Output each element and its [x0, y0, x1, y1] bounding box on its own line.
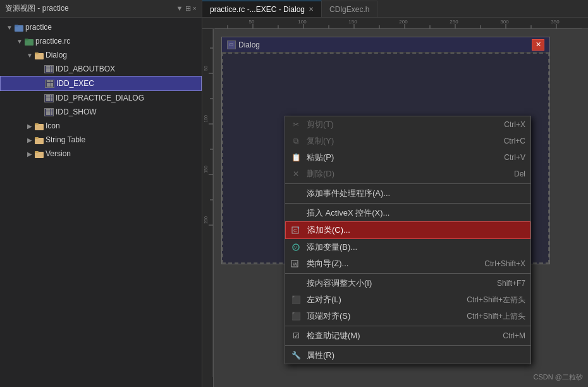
separator-3 — [285, 273, 530, 274]
panel-title-text: 资源视图 - practice — [5, 3, 69, 14]
menu-add-variable[interactable]: V 添加变量(B)... — [285, 239, 530, 255]
activex-icon — [290, 207, 302, 219]
menu-size-content[interactable]: 按内容调整大小(I) Shift+F7 — [285, 275, 530, 292]
menu-add-class[interactable]: C + 添加类(C)... — [285, 221, 530, 239]
version-folder-icon — [34, 149, 44, 159]
arrow-practice-rc — [15, 37, 24, 46]
wizard-icon: W — [290, 258, 302, 269]
icon-folder-icon — [34, 121, 44, 131]
idd-exec-label: IDD_EXEC — [56, 78, 94, 89]
svg-text:V: V — [294, 245, 297, 250]
tab-bar: practice.rc -...EXEC - Dialog ✕ CDlgExec… — [202, 0, 588, 18]
v-ruler-svg: 50 100 150 200 — [202, 29, 214, 377]
tree-item-practice-rc[interactable]: practice.rc — [0, 34, 202, 48]
svg-rect-11 — [35, 151, 39, 153]
vertical-ruler: 50 100 150 200 — [202, 29, 214, 387]
paste-icon: 📋 — [290, 152, 302, 163]
menu-align-left[interactable]: ⬛ 左对齐(L) Ctrl+Shift+左箭头 — [285, 292, 530, 308]
svg-text:50: 50 — [204, 66, 208, 71]
menu-copy[interactable]: ⧉ 复制(Y) Ctrl+C — [285, 133, 530, 149]
menu-properties[interactable]: 🔧 属性(R) — [285, 347, 530, 364]
arrow-string-table — [25, 135, 34, 144]
main-content: 50 100 150 200 250 300 350 — [202, 18, 588, 387]
separator-4 — [285, 326, 530, 326]
menu-insert-activex[interactable]: 插入 ActiveX 控件(X)... — [285, 205, 530, 221]
svg-rect-1 — [15, 25, 18, 27]
event-icon — [290, 188, 302, 199]
tree-item-practice[interactable]: practice — [0, 20, 202, 34]
svg-rect-7 — [35, 123, 39, 125]
menu-check-mnemonic[interactable]: ☑ 检查助记键(M) Ctrl+M — [285, 328, 530, 344]
tree-item-dialog-folder[interactable]: Dialog — [0, 48, 202, 62]
svg-text:150: 150 — [348, 19, 357, 25]
practice-icon — [14, 22, 24, 32]
horizontal-ruler: 50 100 150 200 250 300 350 — [202, 18, 588, 29]
practice-label: practice — [25, 22, 52, 33]
separator-1 — [285, 183, 530, 184]
svg-text:200: 200 — [204, 216, 208, 224]
delete-icon: ✕ — [290, 168, 302, 180]
tree-item-idd-exec[interactable]: IDD_EXEC — [0, 76, 202, 91]
string-table-icon — [34, 135, 44, 145]
add-var-icon: V — [290, 242, 302, 253]
tab-rc[interactable]: practice.rc -...EXEC - Dialog ✕ — [202, 1, 322, 17]
svg-text:200: 200 — [399, 19, 408, 25]
menu-cut[interactable]: ✂ 剪切(T) Ctrl+X — [285, 116, 530, 133]
arrow-dialog — [25, 51, 34, 59]
dialog-close-button[interactable]: ✕ — [532, 39, 544, 51]
separator-2 — [285, 203, 530, 204]
align-left-icon: ⬛ — [290, 294, 302, 305]
tree-item-version-folder[interactable]: Version — [0, 147, 202, 161]
align-top-icon: ⬛ — [290, 310, 302, 322]
svg-text:50: 50 — [249, 19, 255, 25]
panel-title: 资源视图 - practice ▼ ⊞ × — [0, 0, 202, 18]
dialog-title-icon: □ — [227, 40, 236, 49]
idd-practice-label: IDD_PRACTICE_DIALOG — [56, 92, 144, 104]
dialog-titlebar: □ Dialog ✕ — [222, 37, 549, 52]
tab-cdlgexec[interactable]: CDlgExec.h — [322, 1, 377, 17]
idd-show-icon — [44, 108, 54, 116]
watermark: CSDN @二粒砂 — [534, 372, 583, 382]
tab-rc-close[interactable]: ✕ — [309, 6, 314, 13]
idd-exec-icon — [45, 80, 54, 88]
svg-text:100: 100 — [204, 115, 208, 123]
menu-class-wizard[interactable]: W 类向导(Z)... Ctrl+Shift+X — [285, 255, 530, 272]
menu-align-top[interactable]: ⬛ 顶端对齐(S) Ctrl+Shift+上箭头 — [285, 308, 530, 324]
svg-rect-3 — [25, 39, 28, 40]
tab-cdlgexec-label: CDlgExec.h — [329, 5, 369, 14]
add-class-icon: C + — [291, 224, 302, 236]
idd-aboutbox-label: IDD_ABOUTBOX — [56, 63, 115, 75]
dialog-title-text: Dialog — [238, 40, 529, 49]
arrow-icon — [25, 121, 34, 130]
check-icon: ☑ — [290, 330, 302, 341]
tree-item-idd-aboutbox[interactable]: IDD_ABOUTBOX — [0, 62, 202, 76]
svg-rect-5 — [35, 52, 39, 54]
idd-show-label: IDD_SHOW — [56, 106, 97, 118]
resource-view-panel: 资源视图 - practice ▼ ⊞ × practice practice.… — [0, 0, 202, 387]
svg-text:+: + — [297, 226, 300, 230]
separator-5 — [285, 345, 530, 346]
menu-paste[interactable]: 📋 粘贴(P) Ctrl+V — [285, 149, 530, 166]
tree-item-icon-folder[interactable]: Icon — [0, 119, 202, 133]
resource-tree: practice practice.rc Dialog — [0, 18, 202, 387]
copy-icon: ⧉ — [290, 135, 302, 147]
tab-rc-label: practice.rc -...EXEC - Dialog — [210, 5, 305, 14]
menu-delete[interactable]: ✕ 删除(D) Del — [285, 166, 530, 182]
svg-text:W: W — [293, 261, 298, 267]
menu-add-event[interactable]: 添加事件处理程序(A)... — [285, 185, 530, 202]
svg-text:350: 350 — [551, 19, 560, 25]
svg-text:300: 300 — [500, 19, 509, 25]
svg-text:150: 150 — [204, 166, 208, 173]
version-folder-label: Version — [46, 148, 71, 159]
dialog-folder-label: Dialog — [46, 49, 67, 61]
tree-item-idd-show[interactable]: IDD_SHOW — [0, 105, 202, 119]
tree-item-string-table[interactable]: String Table — [0, 133, 202, 147]
icon-folder-label: Icon — [46, 120, 60, 132]
svg-text:100: 100 — [298, 19, 307, 25]
context-menu: ✂ 剪切(T) Ctrl+X ⧉ 复制(Y) Ctrl+C 📋 粘贴(P) Ct… — [285, 116, 531, 364]
scissors-icon: ✂ — [290, 119, 302, 130]
svg-text:250: 250 — [450, 19, 458, 25]
string-table-label: String Table — [46, 134, 85, 145]
svg-rect-9 — [35, 137, 39, 139]
tree-item-idd-practice-dialog[interactable]: IDD_PRACTICE_DIALOG — [0, 91, 202, 105]
